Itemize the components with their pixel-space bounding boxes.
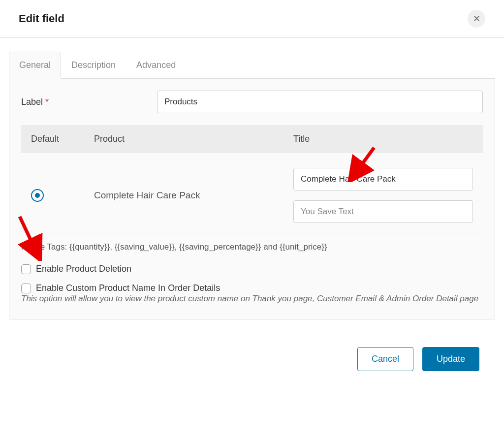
enable-deletion-checkbox[interactable] bbox=[21, 264, 31, 274]
you-save-input[interactable] bbox=[293, 200, 473, 223]
merge-tags-text: Merge Tags: {{quantity}}, {{saving_value… bbox=[21, 233, 483, 264]
close-icon: ✕ bbox=[473, 13, 480, 24]
label-input[interactable] bbox=[157, 91, 483, 113]
col-header-default: Default bbox=[31, 134, 94, 144]
enable-custom-name-label: Enable Custom Product Name In Order Deta… bbox=[36, 283, 220, 293]
radio-selected-icon bbox=[35, 193, 40, 198]
enable-custom-name-checkbox[interactable] bbox=[21, 284, 31, 293]
enable-deletion-label: Enable Product Deletion bbox=[36, 264, 131, 274]
tab-general[interactable]: General bbox=[9, 52, 61, 79]
title-input[interactable] bbox=[293, 168, 473, 190]
cancel-button[interactable]: Cancel bbox=[357, 347, 413, 371]
default-radio[interactable] bbox=[31, 189, 44, 202]
table-row: Complete Hair Care Pack bbox=[21, 153, 483, 233]
col-header-title: Title bbox=[293, 134, 473, 144]
enable-deletion-row: Enable Product Deletion bbox=[21, 264, 483, 274]
tab-advanced[interactable]: Advanced bbox=[126, 52, 186, 78]
col-header-product: Product bbox=[94, 134, 293, 144]
products-table-header: Default Product Title bbox=[21, 125, 483, 153]
modal-body: General Description Advanced Label * Def… bbox=[0, 38, 504, 319]
custom-name-help-text: This option will allow you to view the p… bbox=[21, 292, 483, 305]
tab-description[interactable]: Description bbox=[61, 52, 126, 78]
tabs: General Description Advanced bbox=[9, 52, 495, 79]
cell-title-inputs bbox=[293, 168, 473, 223]
label-field-label: Label * bbox=[21, 97, 157, 107]
enable-custom-name-row: Enable Custom Product Name In Order Deta… bbox=[21, 283, 483, 293]
modal-title: Edit field bbox=[19, 12, 64, 25]
cell-default bbox=[31, 189, 94, 202]
close-button[interactable]: ✕ bbox=[468, 10, 485, 28]
update-button[interactable]: Update bbox=[422, 347, 479, 371]
cell-product-name: Complete Hair Care Pack bbox=[94, 190, 293, 201]
modal-footer: Cancel Update bbox=[0, 319, 504, 381]
required-indicator: * bbox=[45, 97, 49, 107]
label-row: Label * bbox=[21, 91, 483, 113]
modal-header: Edit field ✕ bbox=[0, 0, 504, 38]
tab-content-general: Label * Default Product Title Complete H… bbox=[9, 79, 495, 319]
